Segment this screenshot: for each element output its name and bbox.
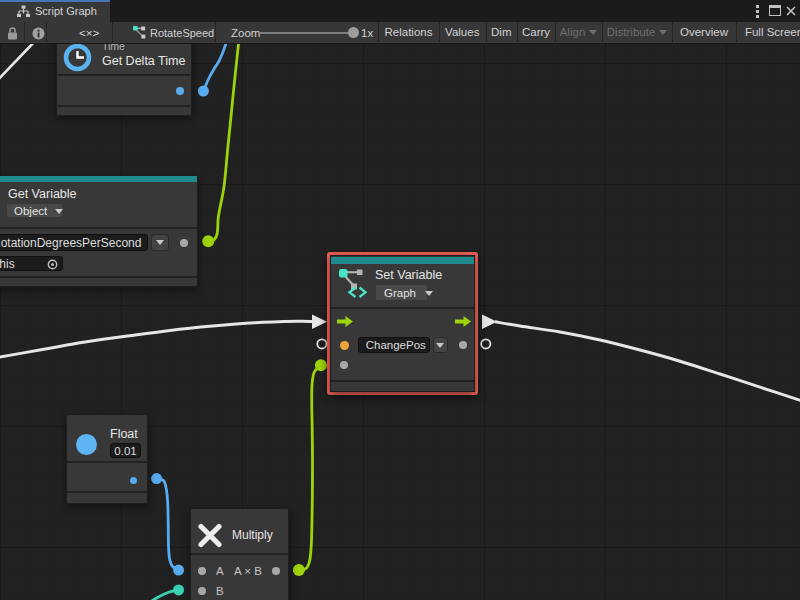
info-button[interactable]	[30, 22, 46, 44]
script-graph-window: Time Get Delta Time Get Variable Object …	[0, 0, 800, 600]
dropdown-caret-icon	[589, 30, 597, 35]
toolbar-button-align[interactable]: Align	[555, 22, 602, 44]
port-variable-name-in[interactable]	[340, 341, 349, 350]
node-title: Get Delta Time	[102, 54, 185, 68]
node-title: Float	[110, 427, 138, 441]
kebab-menu-icon[interactable]	[756, 5, 759, 18]
variable-kind-dropdown[interactable]: Object	[6, 203, 63, 218]
lock-button[interactable]	[4, 22, 20, 44]
toolbar-button-overview[interactable]: Overview	[672, 22, 736, 44]
variable-name-value: RotationDegreesPerSecond	[0, 236, 141, 250]
toolbar-button-label: Align	[560, 26, 586, 38]
port-result-out[interactable]	[272, 567, 280, 575]
node-title: Multiply	[232, 528, 273, 542]
port-a-label: A	[216, 565, 224, 577]
port-b-in[interactable]	[198, 587, 206, 595]
float-icon	[76, 434, 97, 455]
node-set-variable[interactable]: Set Variable Graph ChangePos	[330, 255, 475, 392]
toolbar-button-dim[interactable]: Dim	[486, 22, 518, 44]
object-picker-icon[interactable]	[47, 259, 58, 270]
divider	[57, 105, 191, 107]
variable-name-dropdown-button[interactable]	[151, 234, 169, 251]
toolbar-button-label: Values	[445, 26, 479, 38]
divider	[331, 307, 474, 309]
variable-name-field[interactable]: ChangePos	[358, 337, 430, 353]
tab-bar: Script Graph	[0, 0, 800, 22]
port-variable-out[interactable]	[180, 239, 188, 247]
float-value-field[interactable]: 0.01	[110, 443, 141, 458]
zoom-value: 1x	[361, 22, 373, 44]
variable-kind-label: Object	[14, 205, 47, 217]
divider	[0, 227, 197, 229]
info-icon	[32, 27, 45, 40]
zoom-slider-track[interactable]	[260, 32, 352, 34]
graph-name-breadcrumb[interactable]: RotateSpeed	[150, 22, 214, 44]
target-object-field[interactable]: This	[0, 256, 63, 271]
variable-header-strip	[331, 257, 474, 264]
toolbar-separator	[215, 22, 216, 44]
toolbar-button-full-screen[interactable]: Full Screen	[736, 22, 800, 44]
variable-name-dropdown-button[interactable]	[433, 337, 448, 353]
toolbar-separator	[112, 22, 113, 44]
script-graph-icon	[17, 5, 30, 18]
kebab-dot	[756, 10, 759, 13]
dropdown-caret-icon	[425, 291, 433, 296]
dropdown-caret-icon	[659, 30, 667, 35]
zoom-slider-knob[interactable]	[348, 27, 359, 38]
variable-kind-dropdown[interactable]: Graph	[375, 284, 428, 301]
toolbar-button-relations[interactable]: Relations	[378, 22, 439, 44]
kebab-dot	[756, 5, 759, 8]
close-icon[interactable]	[785, 4, 797, 17]
node-title: Get Variable	[8, 187, 77, 201]
tab-script-graph[interactable]: Script Graph	[0, 0, 110, 22]
port-delta-out[interactable]	[176, 87, 184, 95]
tab-label: Script Graph	[35, 5, 97, 17]
maximize-icon[interactable]	[769, 5, 781, 16]
port-setvar-out[interactable]	[459, 341, 467, 349]
divider	[0, 276, 197, 278]
graph-variable-icon	[338, 268, 368, 298]
graph-asset-icon	[133, 26, 146, 39]
graph-toolbar: <×> RotateSpeed Zoom 1x Relations Values…	[0, 22, 800, 44]
divider	[67, 461, 147, 463]
port-float-out[interactable]	[130, 477, 137, 484]
toolbar-button-label: Full Screen	[745, 26, 800, 38]
toolbar-button-values[interactable]: Values	[439, 22, 486, 44]
zoom-label: Zoom	[231, 22, 260, 44]
node-multiply[interactable]: Multiply A A × B B	[190, 508, 289, 600]
port-value-in[interactable]	[340, 361, 348, 369]
active-tab-accent	[0, 0, 110, 2]
toolbar-button-carry[interactable]: Carry	[517, 22, 555, 44]
toolbar-button-label: Dim	[491, 26, 511, 38]
port-result-label: A × B	[234, 565, 262, 577]
code-view-icon[interactable]: <×>	[79, 22, 99, 44]
toolbar-button-label: Carry	[522, 26, 550, 38]
flow-in-port[interactable]	[337, 316, 353, 327]
dropdown-caret-icon	[55, 209, 63, 214]
float-value: 0.01	[114, 445, 136, 457]
dropdown-caret-icon	[436, 343, 444, 348]
divider	[331, 380, 474, 382]
divider	[67, 491, 147, 493]
node-get-variable[interactable]: Get Variable Object RotationDegreesPerSe…	[0, 175, 198, 287]
kebab-dot	[756, 15, 759, 18]
target-object-value: This	[0, 257, 15, 271]
toolbar-separator	[24, 22, 25, 44]
variable-header-strip	[0, 176, 197, 182]
port-a-in[interactable]	[198, 567, 206, 575]
toolbar-button-label: Distribute	[607, 26, 656, 38]
variable-kind-label: Graph	[384, 287, 416, 299]
port-b-label: B	[216, 585, 224, 597]
node-title: Set Variable	[375, 268, 442, 282]
toolbar-separator	[46, 22, 47, 44]
flow-out-port[interactable]	[455, 316, 471, 327]
clock-icon	[63, 43, 92, 72]
variable-name-field[interactable]: RotationDegreesPerSecond	[0, 234, 148, 251]
variable-name-value: ChangePos	[366, 339, 426, 351]
node-float[interactable]: Float 0.01	[66, 414, 148, 504]
divider	[191, 553, 288, 555]
dropdown-caret-icon	[156, 240, 164, 245]
toolbar-button-distribute[interactable]: Distribute	[602, 22, 672, 44]
multiply-icon	[197, 523, 223, 548]
divider	[57, 74, 191, 76]
